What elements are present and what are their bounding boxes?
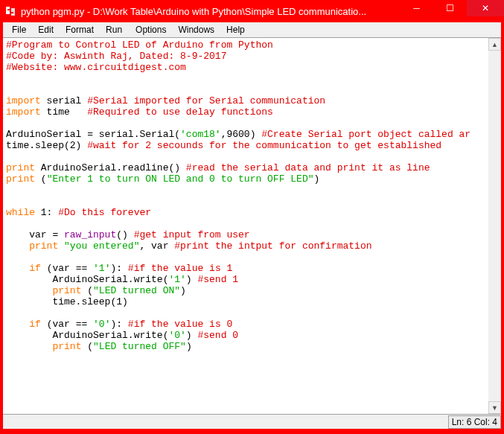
menu-windows[interactable]: Windows <box>172 23 220 36</box>
menu-run[interactable]: Run <box>100 23 128 36</box>
scroll-track[interactable] <box>488 51 501 401</box>
scroll-down-button[interactable]: ▼ <box>488 401 501 414</box>
window: python pgm.py - D:\Work Table\Arduino wi… <box>0 0 504 434</box>
menu-file[interactable]: File <box>6 23 32 36</box>
close-button[interactable]: ✕ <box>467 0 504 16</box>
menu-format[interactable]: Format <box>60 23 100 36</box>
code-editor[interactable]: #Program to Control LED of Arduino from … <box>3 38 488 414</box>
window-controls: ─ ☐ ✕ <box>400 0 504 16</box>
scroll-up-button[interactable]: ▲ <box>488 38 501 51</box>
python-icon <box>4 5 16 17</box>
menu-options[interactable]: Options <box>130 23 172 36</box>
window-title: python pgm.py - D:\Work Table\Arduino wi… <box>21 6 400 17</box>
vertical-scrollbar[interactable]: ▲ ▼ <box>488 38 501 414</box>
editor-area: #Program to Control LED of Arduino from … <box>3 38 501 414</box>
menu-edit[interactable]: Edit <box>32 23 60 36</box>
editor-container: #Program to Control LED of Arduino from … <box>3 37 501 429</box>
maximize-button[interactable]: ☐ <box>433 0 467 16</box>
menubar: File Edit Format Run Options Windows Hel… <box>3 22 501 37</box>
line-col-indicator: Ln: 6 Col: 4 <box>448 415 501 429</box>
minimize-button[interactable]: ─ <box>400 0 433 16</box>
statusbar: Ln: 6 Col: 4 <box>3 414 501 429</box>
menu-help[interactable]: Help <box>220 23 251 36</box>
titlebar[interactable]: python pgm.py - D:\Work Table\Arduino wi… <box>0 0 504 22</box>
